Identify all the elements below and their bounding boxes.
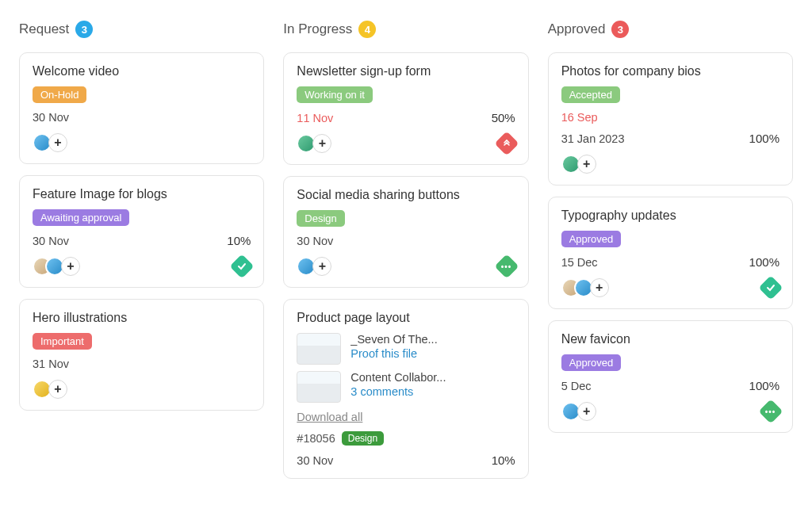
column-count-badge: 3: [611, 21, 629, 38]
card-id: #18056: [297, 432, 335, 445]
avatar-group: +: [297, 257, 331, 276]
column-header: In Progress 4: [283, 21, 528, 38]
avatar-group: +: [561, 155, 596, 174]
avatar-group: +: [33, 380, 67, 399]
add-assignee-button[interactable]: +: [312, 257, 331, 276]
card[interactable]: Feature Image for blogs Awaiting approva…: [19, 175, 264, 288]
card[interactable]: Newsletter sign-up form Working on it 11…: [283, 52, 528, 165]
priority-high-icon: [494, 131, 519, 155]
card-date: 31 Jan 2023: [561, 132, 625, 145]
column-header: Request 3: [19, 21, 264, 38]
kanban-board: Request 3 Welcome video On-Hold 30 Nov +…: [19, 21, 793, 479]
priority-icon: [230, 254, 255, 278]
avatar-group: +: [33, 133, 67, 152]
add-assignee-button[interactable]: +: [48, 380, 67, 399]
card-title: Welcome video: [33, 64, 251, 78]
card-date: 30 Nov: [297, 235, 515, 247]
column-count-badge: 4: [358, 21, 376, 38]
card[interactable]: Photos for company bios Accepted 16 Sep …: [548, 52, 793, 186]
card-progress: 10%: [227, 234, 251, 247]
status-tag: Accepted: [561, 86, 620, 103]
card-title: Hero illustrations: [33, 311, 251, 325]
card-date: 31 Nov: [33, 358, 251, 370]
avatar-group: +: [561, 278, 609, 297]
avatar-group: +: [297, 134, 331, 153]
attachment[interactable]: Content Collabor... 3 comments: [297, 371, 515, 403]
card-date: 5 Dec: [561, 380, 592, 392]
column-count-badge: 3: [75, 21, 93, 38]
card-title: Newsletter sign-up form: [297, 64, 515, 78]
attachment-list: _Seven Of The... Proof this file Content…: [297, 333, 515, 403]
card-title: Social media sharing buttons: [297, 188, 515, 202]
card[interactable]: Hero illustrations Important 31 Nov +: [19, 299, 264, 411]
attachment[interactable]: _Seven Of The... Proof this file: [297, 333, 515, 365]
status-tag: Awaiting approval: [33, 209, 129, 226]
card-title: Product page layout: [297, 311, 515, 325]
card[interactable]: New favicon Approved 5 Dec 100% + •••: [548, 320, 793, 433]
status-tag: Approved: [561, 231, 622, 247]
status-tag: Working on it: [297, 86, 373, 103]
attachment-thumbnail-icon: [297, 371, 341, 403]
add-assignee-button[interactable]: +: [577, 155, 596, 174]
card-progress: 50%: [492, 111, 515, 124]
priority-icon: [758, 275, 783, 300]
card-date: 30 Nov: [297, 454, 333, 467]
column-request: Request 3 Welcome video On-Hold 30 Nov +…: [19, 21, 264, 479]
priority-medium-icon: •••: [758, 399, 783, 423]
card[interactable]: Typography updates Approved 15 Dec 100% …: [548, 197, 793, 309]
add-assignee-button[interactable]: +: [312, 134, 331, 153]
add-assignee-button[interactable]: +: [590, 278, 609, 297]
attachment-thumbnail-icon: [297, 333, 341, 365]
card-title: Photos for company bios: [561, 64, 779, 78]
card[interactable]: Social media sharing buttons Design 30 N…: [283, 176, 528, 288]
avatar-group: +: [561, 402, 596, 421]
card-progress: 10%: [492, 453, 515, 467]
column-in-progress: In Progress 4 Newsletter sign-up form Wo…: [283, 21, 528, 479]
attachment-name: Content Collabor...: [350, 371, 446, 384]
card-progress: 100%: [749, 132, 779, 145]
status-tag: Important: [33, 333, 92, 350]
column-header: Approved 3: [548, 21, 793, 38]
card-date: 30 Nov: [33, 235, 69, 247]
column-title: In Progress: [283, 21, 352, 37]
category-tag: Design: [342, 431, 384, 446]
card-progress: 100%: [749, 379, 779, 392]
add-assignee-button[interactable]: +: [48, 133, 67, 152]
avatar-group: +: [33, 257, 80, 276]
card-progress: 100%: [749, 255, 779, 269]
card[interactable]: Product page layout _Seven Of The... Pro…: [283, 299, 528, 479]
card-date-overdue: 16 Sep: [561, 111, 779, 124]
comments-link[interactable]: 3 comments: [350, 385, 446, 398]
column-title: Request: [19, 21, 69, 37]
card-date-overdue: 11 Nov: [297, 112, 333, 124]
column-title: Approved: [548, 21, 606, 37]
add-assignee-button[interactable]: +: [61, 257, 80, 276]
add-assignee-button[interactable]: +: [577, 402, 596, 421]
card-date: 15 Dec: [561, 256, 598, 269]
status-tag: Design: [297, 210, 344, 227]
status-tag: Approved: [561, 354, 622, 371]
proof-file-link[interactable]: Proof this file: [350, 347, 437, 360]
priority-medium-icon: •••: [494, 254, 519, 278]
card-title: New favicon: [561, 332, 779, 346]
column-approved: Approved 3 Photos for company bios Accep…: [548, 21, 793, 479]
card-title: Feature Image for blogs: [33, 187, 251, 201]
download-all-link[interactable]: Download all: [297, 411, 515, 423]
card-title: Typography updates: [561, 208, 779, 223]
card[interactable]: Welcome video On-Hold 30 Nov +: [19, 52, 264, 164]
card-date: 30 Nov: [33, 111, 251, 124]
status-tag: On-Hold: [33, 86, 86, 103]
attachment-name: _Seven Of The...: [350, 333, 437, 346]
